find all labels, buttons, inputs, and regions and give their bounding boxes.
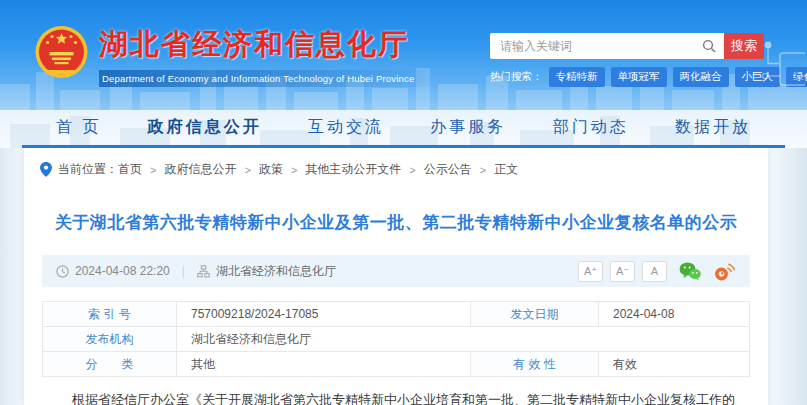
issuing-org-label: 发布机构 [43,327,177,352]
breadcrumb-label: 当前位置： [58,161,118,178]
page: 湖北省经济和信息化厅 Department of Economy and Inf… [0,0,807,405]
content-area: 当前位置： 首页 > 政府信息公开 > 政策 > 其他主动公开文件 > 公示公告… [0,148,807,405]
breadcrumb: 当前位置： 首页 > 政府信息公开 > 政策 > 其他主动公开文件 > 公示公告… [24,148,768,187]
meta-divider: | [182,264,185,278]
weibo-share-icon[interactable] [713,262,736,281]
validity-label: 有 效 性 [471,352,599,377]
site-header: 湖北省经济和信息化厅 Department of Economy and Inf… [0,0,807,110]
breadcrumb-gov-info[interactable]: 政府信息公开 [164,161,236,178]
article-meta-bar: 2024-04-08 22:20 | 湖北省经济和信息化厅 A⁺ A⁻ A [42,255,750,287]
breadcrumb-separator: > [480,164,486,176]
publish-source: 湖北省经济和信息化厅 [216,263,336,280]
breadcrumb-other-docs[interactable]: 其他主动公开文件 [305,161,401,178]
breadcrumb-home[interactable]: 首页 [118,161,142,178]
font-larger-button[interactable]: A⁺ [578,261,603,282]
nav-item-open-data[interactable]: 数据开放 [675,117,751,138]
category-label: 分 类 [43,352,177,377]
issue-date-label: 发文日期 [471,302,599,327]
breadcrumb-policy[interactable]: 政策 [259,161,283,178]
table-row: 分 类 其他 有 效 性 有效 [43,352,750,377]
hot-tag-lianghuaronghe[interactable]: 两化融合 [673,67,729,87]
national-emblem-icon [34,25,89,83]
organization-icon [197,265,210,278]
location-pin-icon [40,162,52,177]
search-input[interactable] [490,33,724,59]
main-nav: 首 页 政府信息公开 互动交流 办事服务 部门动态 数据开放 [0,110,807,148]
article-title: 关于湖北省第六批专精特新中小企业及第一批、第二批专精特新中小企业复核名单的公示 [24,211,768,234]
hot-tag-zhuanjingtexin[interactable]: 专精特新 [549,67,605,87]
search-button[interactable]: 搜索 [724,33,764,59]
breadcrumb-separator: > [244,164,250,176]
table-row: 索 引 号 757009218/2024-17085 发文日期 2024-04-… [43,302,750,327]
nav-item-gov-info[interactable]: 政府信息公开 [148,117,262,138]
breadcrumb-separator: > [409,164,415,176]
search-box [490,33,724,59]
article-meta-left: 2024-04-08 22:20 | 湖北省经济和信息化厅 [56,263,336,280]
font-smaller-button[interactable]: A⁻ [610,261,635,282]
hot-search-label: 热门搜索： [490,70,543,84]
breadcrumb-current: 正文 [494,161,518,178]
article-body-paragraph: 根据省经信厅办公室《关于开展湖北省第六批专精特新中小企业培育和第一批、第二批专精… [46,390,746,405]
document-info-table: 索 引 号 757009218/2024-17085 发文日期 2024-04-… [42,301,750,377]
nav-item-department-news[interactable]: 部门动态 [553,117,629,138]
nav-item-services[interactable]: 办事服务 [430,117,506,138]
hot-search-row: 热门搜索： 专精特新 单项冠军 两化融合 小巨人 绿色工厂 [490,67,766,87]
validity-value: 有效 [599,352,750,377]
site-logo: 湖北省经济和信息化厅 Department of Economy and Inf… [34,25,430,87]
circuit-decoration [759,36,805,102]
nav-item-interaction[interactable]: 互动交流 [308,117,384,138]
search-area: 搜索 热门搜索： 专精特新 单项冠军 两化融合 小巨人 绿色工厂 [490,33,766,87]
index-number-label: 索 引 号 [43,302,177,327]
site-subtitle: Department of Economy and Information Te… [99,70,430,87]
article-meta-right: A⁺ A⁻ A [571,261,736,282]
breadcrumb-separator: > [291,164,297,176]
table-row: 发布机构 湖北省经济和信息化厅 [43,327,750,352]
font-reset-button[interactable]: A [642,261,667,282]
site-title: 湖北省经济和信息化厅 [99,25,430,65]
index-number-value: 757009218/2024-17085 [177,302,471,327]
wechat-share-icon[interactable] [679,262,701,281]
article-card: 当前位置： 首页 > 政府信息公开 > 政策 > 其他主动公开文件 > 公示公告… [24,148,768,405]
clock-icon [56,265,69,278]
search-icon [702,39,716,53]
issue-date-value: 2024-04-08 [599,302,750,327]
category-value: 其他 [177,352,471,377]
breadcrumb-separator: > [150,164,156,176]
nav-item-home[interactable]: 首 页 [56,117,101,138]
breadcrumb-announcements[interactable]: 公示公告 [424,161,472,178]
publish-datetime: 2024-04-08 22:20 [75,264,170,278]
nav-inner: 首 页 政府信息公开 互动交流 办事服务 部门动态 数据开放 [22,110,785,148]
hot-tag-danxiangguanjun[interactable]: 单项冠军 [611,67,667,87]
issuing-org-value: 湖北省经济和信息化厅 [177,327,750,352]
